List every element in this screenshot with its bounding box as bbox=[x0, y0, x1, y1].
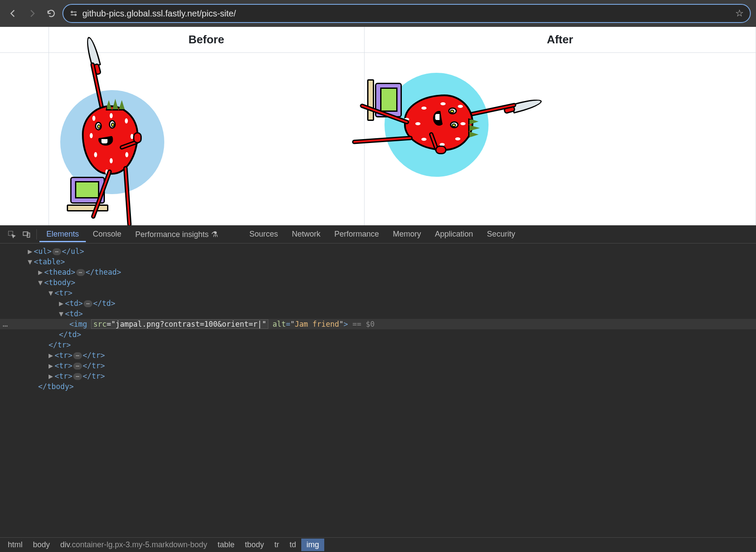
flask-icon: ⚗ bbox=[211, 230, 218, 239]
before-cell bbox=[49, 53, 364, 226]
crumb-td[interactable]: td bbox=[284, 539, 301, 551]
devtools-panel: Elements Console Performance insights⚗ S… bbox=[0, 225, 756, 552]
inspect-element-icon[interactable] bbox=[4, 227, 19, 242]
crumb-div[interactable]: div.container-lg.px-3.my-5.markdown-body bbox=[55, 539, 212, 551]
crumb-img[interactable]: img bbox=[301, 539, 324, 551]
tab-application[interactable]: Application bbox=[428, 226, 480, 242]
row-label-cell bbox=[0, 53, 49, 226]
after-image bbox=[363, 68, 519, 181]
crumb-tr[interactable]: tr bbox=[269, 539, 284, 551]
elements-tree[interactable]: ⋯ ▶<ul>⋯</ul> ▼<table> ▶<thead>⋯</thead>… bbox=[0, 244, 756, 537]
tab-security[interactable]: Security bbox=[480, 226, 522, 242]
comparison-table: Before After bbox=[0, 27, 756, 225]
forward-button[interactable] bbox=[24, 6, 40, 21]
back-button[interactable] bbox=[5, 6, 21, 21]
devtools-tabbar: Elements Console Performance insights⚗ S… bbox=[0, 225, 756, 244]
crumb-table[interactable]: table bbox=[212, 539, 240, 551]
selected-dom-node[interactable]: <img src="jampal.png?contrast=100&orient… bbox=[0, 319, 756, 329]
dom-breadcrumb: html body div.container-lg.px-3.my-5.mar… bbox=[0, 537, 756, 552]
site-settings-icon[interactable] bbox=[69, 9, 78, 18]
overflow-gutter-icon[interactable]: ⋯ bbox=[3, 321, 9, 331]
browser-toolbar: github-pics.global.ssl.fastly.net/pics-s… bbox=[0, 0, 756, 27]
after-cell bbox=[364, 53, 756, 226]
tab-network[interactable]: Network bbox=[285, 226, 327, 242]
bookmark-star-icon[interactable]: ☆ bbox=[735, 8, 744, 19]
svg-point-2 bbox=[75, 14, 76, 16]
after-header: After bbox=[364, 27, 756, 53]
attribute-edit-input[interactable]: src="jampal.png?contrast=100&orient=r|" bbox=[91, 320, 268, 328]
spacer-header bbox=[0, 27, 49, 53]
crumb-body[interactable]: body bbox=[28, 539, 55, 551]
tab-performance[interactable]: Performance bbox=[327, 226, 386, 242]
page-viewport: Before After bbox=[0, 27, 756, 225]
tab-memory[interactable]: Memory bbox=[386, 226, 428, 242]
device-toolbar-icon[interactable] bbox=[19, 227, 34, 242]
crumb-html[interactable]: html bbox=[3, 539, 28, 551]
tab-sources[interactable]: Sources bbox=[242, 226, 285, 242]
address-bar[interactable]: github-pics.global.ssl.fastly.net/pics-s… bbox=[62, 4, 751, 23]
tab-performance-insights[interactable]: Performance insights⚗ bbox=[128, 226, 225, 243]
reload-button[interactable] bbox=[43, 6, 59, 21]
crumb-tbody[interactable]: tbody bbox=[240, 539, 269, 551]
tab-elements[interactable]: Elements bbox=[39, 226, 86, 242]
before-image bbox=[56, 60, 169, 216]
tab-console[interactable]: Console bbox=[86, 226, 128, 242]
svg-point-0 bbox=[71, 11, 72, 13]
url-text: github-pics.global.ssl.fastly.net/pics-s… bbox=[82, 9, 731, 19]
